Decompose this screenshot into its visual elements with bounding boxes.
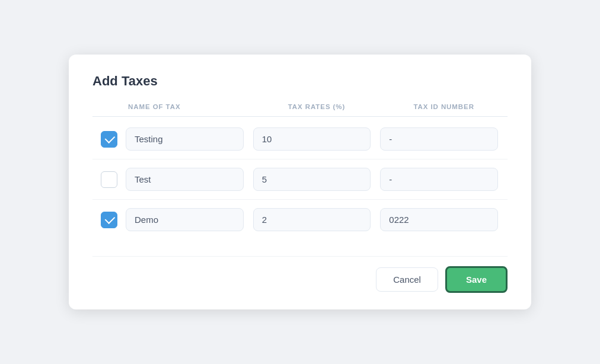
tax-rate-input-3[interactable]	[253, 208, 371, 231]
table-row	[92, 119, 508, 159]
tax-id-field-1	[380, 127, 498, 151]
tax-id-field-2	[380, 168, 498, 191]
tax-rows-container	[92, 119, 508, 240]
tax-rate-input-2[interactable]	[253, 168, 371, 191]
col-name-header: NAME OF TAX	[126, 103, 253, 110]
tax-name-field-2	[126, 168, 244, 191]
tax-id-input-1[interactable]	[380, 127, 498, 151]
checkbox-wrap-1	[92, 131, 126, 148]
tax-name-input-3[interactable]	[126, 208, 244, 231]
tax-checkbox-3[interactable]	[101, 212, 117, 228]
tax-rate-field-1	[253, 127, 371, 151]
tax-name-field-1	[126, 127, 244, 151]
add-taxes-modal: Add Taxes NAME OF TAX TAX RATES (%) TAX …	[69, 55, 531, 309]
table-row	[92, 159, 508, 200]
tax-rate-field-3	[253, 208, 371, 231]
save-button[interactable]: Save	[445, 266, 508, 293]
tax-id-field-3	[380, 208, 498, 231]
checkbox-wrap-3	[92, 212, 126, 228]
table-header: NAME OF TAX TAX RATES (%) TAX ID NUMBER	[92, 103, 508, 117]
tax-id-input-2[interactable]	[380, 168, 498, 191]
tax-name-input-2[interactable]	[126, 168, 244, 191]
tax-name-input-1[interactable]	[126, 127, 244, 151]
tax-id-input-3[interactable]	[380, 208, 498, 231]
tax-rate-input-1[interactable]	[253, 127, 371, 151]
modal-footer: Cancel Save	[92, 256, 508, 293]
cancel-button[interactable]: Cancel	[376, 267, 438, 292]
checkbox-wrap-2	[92, 171, 126, 188]
tax-name-field-3	[126, 208, 244, 231]
tax-checkbox-1[interactable]	[101, 131, 117, 148]
tax-checkbox-2[interactable]	[101, 171, 117, 188]
tax-rate-field-2	[253, 168, 371, 191]
col-rate-header: TAX RATES (%)	[253, 103, 381, 110]
modal-title: Add Taxes	[92, 74, 508, 89]
table-row	[92, 200, 508, 240]
col-id-header: TAX ID NUMBER	[380, 103, 508, 110]
